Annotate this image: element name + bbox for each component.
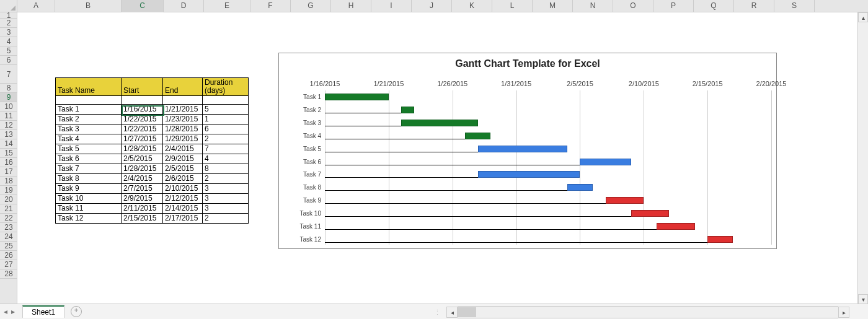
cell[interactable]: 1/28/2015 xyxy=(122,164,163,174)
row-header-8[interactable]: 8 xyxy=(0,84,17,93)
scroll-thumb[interactable] xyxy=(458,307,476,317)
row-header-6[interactable]: 6 xyxy=(0,56,17,65)
cell[interactable]: Task 11 xyxy=(56,204,122,214)
row-header-18[interactable]: 18 xyxy=(0,177,17,186)
cell[interactable]: 1/21/2015 xyxy=(163,105,203,115)
scroll-up-button[interactable]: ▴ xyxy=(858,12,868,22)
col-header-g[interactable]: G xyxy=(291,0,331,12)
col-header-r[interactable]: R xyxy=(734,0,774,12)
cell[interactable]: 1/22/2015 xyxy=(122,115,163,125)
cell[interactable]: 1/27/2015 xyxy=(122,134,163,144)
cell[interactable]: 2/7/2015 xyxy=(122,184,163,194)
row-header-14[interactable]: 14 xyxy=(0,139,17,149)
row-header-16[interactable]: 16 xyxy=(0,158,17,167)
col-header-q[interactable]: Q xyxy=(694,0,734,12)
scroll-track[interactable] xyxy=(458,306,838,318)
header-end[interactable]: End xyxy=(163,78,203,96)
tab-nav-buttons[interactable]: ◂ ▸ xyxy=(0,307,19,316)
col-header-e[interactable]: E xyxy=(204,0,250,12)
cell[interactable]: 1/28/2015 xyxy=(163,125,203,134)
cell[interactable]: Task 2 xyxy=(56,115,122,125)
row-header-1[interactable]: 1 xyxy=(0,12,17,19)
cell[interactable]: 3 xyxy=(203,204,249,214)
cell[interactable]: 1/28/2015 xyxy=(122,144,163,154)
col-header-d[interactable]: D xyxy=(164,0,204,12)
row-header-7[interactable]: 7 xyxy=(0,65,17,84)
cell[interactable]: 3 xyxy=(203,194,249,204)
row-header-27[interactable]: 27 xyxy=(0,260,17,269)
cell[interactable]: 2/5/2015 xyxy=(163,164,203,174)
cell[interactable]: 2/10/2015 xyxy=(163,184,203,194)
cell[interactable]: 2/6/2015 xyxy=(163,174,203,184)
col-header-a[interactable]: A xyxy=(17,0,55,12)
row-header-22[interactable]: 22 xyxy=(0,214,17,223)
cell[interactable]: 2/9/2015 xyxy=(163,154,203,164)
scroll-right-button[interactable]: ▸ xyxy=(838,307,849,318)
header-duration[interactable]: Duration (days) xyxy=(203,78,249,96)
scroll-grip-icon[interactable]: ⋮ xyxy=(434,308,441,317)
scroll-down-button[interactable]: ▾ xyxy=(858,294,868,304)
cell[interactable]: Task 7 xyxy=(56,164,122,174)
row-header-21[interactable]: 21 xyxy=(0,204,17,214)
vertical-scrollbar[interactable]: ▴ ▾ xyxy=(857,12,868,304)
row-header-13[interactable]: 13 xyxy=(0,130,17,139)
col-header-c[interactable]: C xyxy=(122,0,164,12)
cell[interactable]: Task 8 xyxy=(56,174,122,184)
cell[interactable]: 1/16/2015 xyxy=(122,105,163,115)
row-header-4[interactable]: 4 xyxy=(0,37,17,46)
cell[interactable]: 2 xyxy=(203,134,249,144)
cell[interactable]: Task 10 xyxy=(56,194,122,204)
sheet-tab-active[interactable]: Sheet1 xyxy=(22,305,64,318)
row-header-20[interactable]: 20 xyxy=(0,195,17,204)
scroll-left-button[interactable]: ◂ xyxy=(446,307,458,318)
cell[interactable]: Task 3 xyxy=(56,125,122,134)
row-header-2[interactable]: 2 xyxy=(0,19,17,28)
cell[interactable]: 2/14/2015 xyxy=(163,204,203,214)
cell[interactable]: 5 xyxy=(203,105,249,115)
col-header-o[interactable]: O xyxy=(613,0,653,12)
cell[interactable]: 1/29/2015 xyxy=(163,134,203,144)
row-header-10[interactable]: 10 xyxy=(0,102,17,111)
row-header-24[interactable]: 24 xyxy=(0,232,17,242)
cell[interactable]: 1/23/2015 xyxy=(163,115,203,125)
cell[interactable]: Task 12 xyxy=(56,214,122,224)
col-header-m[interactable]: M xyxy=(533,0,573,12)
tab-nav-prev-icon[interactable]: ◂ xyxy=(4,307,7,316)
cell[interactable]: Task 6 xyxy=(56,154,122,164)
cell[interactable]: Task 5 xyxy=(56,144,122,154)
header-start[interactable]: Start xyxy=(122,78,163,96)
row-header-23[interactable]: 23 xyxy=(0,223,17,232)
col-header-i[interactable]: I xyxy=(371,0,412,12)
col-header-s[interactable]: S xyxy=(774,0,815,12)
col-header-b[interactable]: B xyxy=(55,0,122,12)
cell[interactable]: 2/4/2015 xyxy=(122,174,163,184)
header-task-name[interactable]: Task Name xyxy=(56,78,122,96)
col-header-k[interactable]: K xyxy=(452,0,492,12)
row-header-9[interactable]: 9 xyxy=(0,93,17,102)
row-header-19[interactable]: 19 xyxy=(0,186,17,195)
row-header-15[interactable]: 15 xyxy=(0,149,17,158)
col-header-l[interactable]: L xyxy=(492,0,533,12)
col-header-h[interactable]: H xyxy=(331,0,371,12)
cell[interactable]: Task 4 xyxy=(56,134,122,144)
row-header-12[interactable]: 12 xyxy=(0,121,17,130)
cell[interactable]: 2/11/2015 xyxy=(122,204,163,214)
row-header-25[interactable]: 25 xyxy=(0,242,17,251)
cell[interactable]: 2/5/2015 xyxy=(122,154,163,164)
cell[interactable]: 2/15/2015 xyxy=(122,214,163,224)
row-header-28[interactable]: 28 xyxy=(0,269,17,279)
cell[interactable]: 3 xyxy=(203,184,249,194)
gantt-chart[interactable]: Gantt Chart Template for Excel 1/16/2015… xyxy=(278,53,777,249)
cell[interactable]: Task 9 xyxy=(56,184,122,194)
cell[interactable]: 4 xyxy=(203,154,249,164)
col-header-f[interactable]: F xyxy=(250,0,291,12)
row-header-11[interactable]: 11 xyxy=(0,111,17,121)
cell[interactable]: 2/4/2015 xyxy=(163,144,203,154)
cell[interactable]: 6 xyxy=(203,125,249,134)
row-header-3[interactable]: 3 xyxy=(0,28,17,37)
row-header-5[interactable]: 5 xyxy=(0,46,17,56)
cell[interactable]: Task 1 xyxy=(56,105,122,115)
horizontal-scrollbar[interactable]: ⋮ ◂ ▸ xyxy=(434,307,849,318)
col-header-p[interactable]: P xyxy=(653,0,694,12)
add-sheet-button[interactable]: + xyxy=(71,306,82,317)
